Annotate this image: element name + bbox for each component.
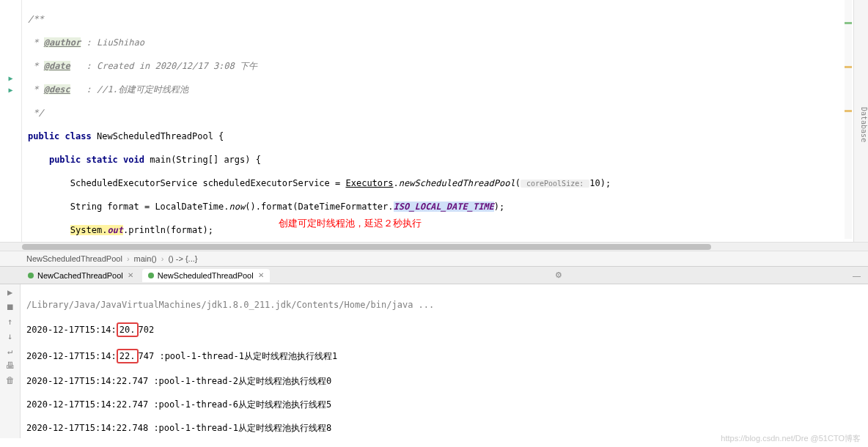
right-toolbar[interactable]: Database	[853, 0, 868, 242]
comment: *	[28, 61, 44, 71]
console-command: /Library/Java/JavaVirtualMachines/jdk1.8…	[26, 299, 862, 311]
scrollbar-thumb[interactable]	[22, 244, 711, 250]
rerun-icon[interactable]: ▶	[7, 287, 12, 298]
console-line: 2020-12-17T15:14:22.747 :pool-1-thread-1…	[26, 349, 862, 363]
status-dot-icon	[148, 273, 154, 278]
minimap[interactable]	[845, 0, 852, 239]
gear-icon[interactable]: ⚙	[555, 270, 562, 280]
code-editor[interactable]: /** * @author : LiuShihao * @date : Crea…	[22, 0, 853, 242]
comment: *	[28, 37, 44, 48]
database-tool-icon[interactable]: Database	[860, 107, 868, 142]
editor-pane: ▶ ▶ /** * @author : LiuShihao * @date : …	[0, 0, 868, 242]
breadcrumb-item[interactable]: NewScheduledThreadPool	[22, 254, 127, 263]
breadcrumb[interactable]: NewScheduledThreadPool › main() › () -> …	[0, 251, 868, 267]
run-tab-active[interactable]: NewScheduledThreadPool ✕	[142, 269, 270, 282]
console-line: 2020-12-17T15:14:22.748 :pool-1-thread-1…	[26, 422, 862, 434]
doc-tag: @desc	[44, 84, 70, 95]
comment: /**	[28, 14, 44, 24]
up-icon[interactable]: ↑	[7, 317, 12, 327]
print-icon[interactable]: 🖶	[6, 361, 15, 371]
console-line: 2020-12-17T15:14:22.747 :pool-1-thread-6…	[26, 399, 862, 410]
trash-icon[interactable]: 🗑	[6, 375, 15, 385]
close-icon[interactable]: ✕	[258, 271, 264, 279]
minimize-icon[interactable]: —	[853, 271, 861, 280]
comment: */	[28, 108, 44, 118]
status-dot-icon	[28, 273, 34, 278]
run-tab[interactable]: NewCachedThreadPool ✕	[22, 269, 139, 282]
console-toolbar: ▶ ⏹ ↑ ↓ ↵ 🖶 🗑	[0, 284, 21, 438]
console-line: 2020-12-17T15:14:20.702	[26, 322, 862, 337]
run-gutter-icon[interactable]: ▶	[0, 84, 21, 95]
down-icon[interactable]: ↓	[7, 331, 12, 341]
annotation-text: 创建可定时线程池，延迟２秒执行	[279, 217, 422, 230]
wrap-icon[interactable]: ↵	[7, 346, 12, 356]
console-line: 2020-12-17T15:14:22.747 :pool-1-thread-2…	[26, 375, 862, 387]
editor-gutter: ▶ ▶	[0, 0, 22, 242]
close-icon[interactable]: ✕	[128, 271, 133, 279]
doc-tag: @author	[44, 37, 81, 48]
doc-tag: @date	[44, 61, 70, 71]
console-pane: ▶ ⏹ ↑ ↓ ↵ 🖶 🗑 /Library/Java/JavaVirtualM…	[0, 284, 868, 438]
run-gutter-icon[interactable]: ▶	[0, 72, 21, 84]
param-hint: corePoolSize:	[521, 180, 589, 188]
breadcrumb-item[interactable]: () -> {...}	[163, 254, 202, 263]
run-tabs-bar: NewCachedThreadPool ✕ NewScheduledThread…	[0, 267, 868, 284]
watermark: https://blog.csdn.net/Dre @51CTO博客	[721, 433, 861, 444]
stop-icon[interactable]: ⏹	[6, 302, 15, 312]
comment: *	[28, 84, 44, 95]
time-highlight: 20.	[117, 322, 139, 337]
time-highlight: 22.	[117, 349, 139, 363]
console-output[interactable]: /Library/Java/JavaVirtualMachines/jdk1.8…	[21, 284, 868, 438]
horizontal-scrollbar[interactable]	[0, 242, 868, 251]
breadcrumb-item[interactable]: main()	[130, 254, 161, 263]
